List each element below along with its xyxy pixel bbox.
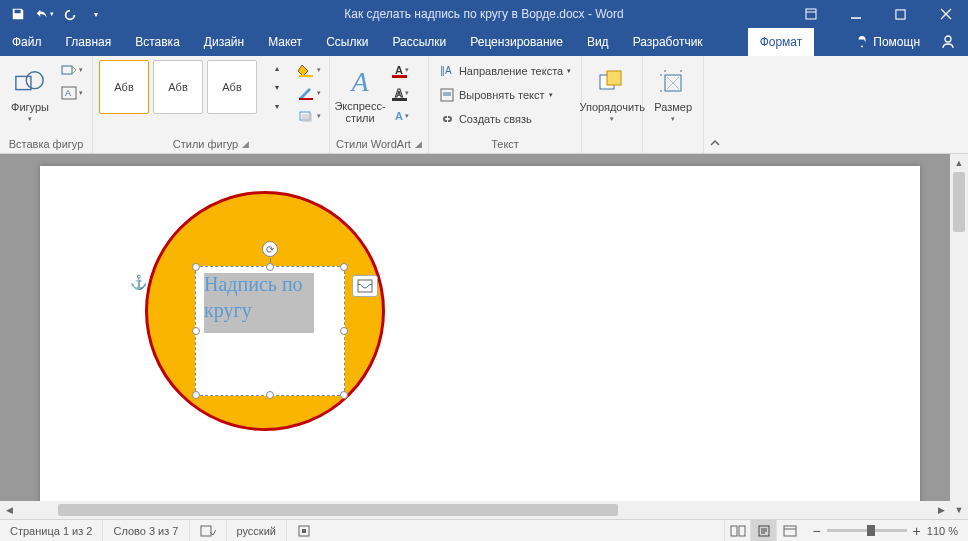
svg-rect-21 [731,526,737,536]
shape-style-2[interactable]: Абв [153,60,203,114]
tab-review[interactable]: Рецензирование [458,28,575,56]
window-controls [788,0,968,28]
style-gallery-up[interactable]: ▴ [263,60,291,76]
align-text-button[interactable]: Выровнять текст▾ [435,84,575,106]
resize-handle-nw[interactable] [192,263,200,271]
text-effects-button[interactable]: A▾ [388,106,416,126]
svg-rect-1 [896,9,905,18]
tell-me[interactable]: Помощн [847,28,928,56]
wordart-launcher[interactable]: ◢ [415,139,422,149]
maximize-button[interactable] [878,0,923,28]
ribbon: Фигуры ▾ ▾ A▾ Вставка фигур Абв Абв Абв … [0,56,968,154]
svg-text:‖A: ‖A [440,65,452,76]
rotate-handle[interactable]: ⟳ [262,241,278,257]
tab-insert[interactable]: Вставка [123,28,192,56]
edit-shape-button[interactable]: ▾ [58,60,86,80]
style-gallery-down[interactable]: ▾ [263,79,291,95]
read-mode-button[interactable] [724,520,750,541]
horizontal-scrollbar[interactable]: ◀ ▶ [0,501,950,519]
hscroll-thumb[interactable] [58,504,618,516]
text-box[interactable]: Надпись по кругу ⟳ [195,266,345,396]
ribbon-options-button[interactable] [788,0,833,28]
text-direction-icon: ‖A [439,63,455,79]
vscroll-thumb[interactable] [953,172,965,232]
layout-options-button[interactable] [352,275,378,297]
group-insert-shapes-label: Вставка фигур [6,135,86,153]
collapse-ribbon-button[interactable] [704,56,726,153]
arrange-button[interactable]: Упорядочить ▾ [588,60,636,130]
shape-effects-button[interactable]: ▾ [295,106,323,126]
qat-customize-button[interactable]: ▾ [84,2,108,26]
tell-me-label: Помощн [873,35,920,49]
zoom-level[interactable]: 110 % [927,525,958,537]
zoom-slider[interactable] [827,529,907,532]
document-area: ⚓ Надпись по кругу ⟳ ▲ ▼ ◀ ▶ [0,154,968,519]
tab-view[interactable]: Вид [575,28,621,56]
svg-rect-11 [302,114,312,122]
create-link-button[interactable]: Создать связь [435,108,575,130]
spellcheck-button[interactable] [190,520,227,541]
resize-handle-se[interactable] [340,391,348,399]
title-bar: ▾ ▾ Как сделать надпись по кругу в Ворде… [0,0,968,28]
zoom-slider-thumb[interactable] [867,525,875,536]
shapes-button[interactable]: Фигуры ▾ [6,60,54,130]
scroll-left-button[interactable]: ◀ [0,505,18,515]
tab-mailings[interactable]: Рассылки [380,28,458,56]
window-title: Как сделать надпись по кругу в Ворде.doc… [344,7,623,21]
scroll-down-button[interactable]: ▼ [950,501,968,519]
resize-handle-ne[interactable] [340,263,348,271]
shape-outline-button[interactable]: ▾ [295,83,323,103]
text-direction-button[interactable]: ‖A Направление текста▾ [435,60,575,82]
tab-format[interactable]: Формат [748,28,815,56]
tab-file[interactable]: Файл [0,28,54,56]
quick-styles-icon: A [344,66,376,98]
language-indicator[interactable]: русский [227,520,287,541]
undo-button[interactable]: ▾ [32,2,56,26]
style-gallery-more[interactable]: ▾ [263,98,291,114]
scroll-right-button[interactable]: ▶ [932,505,950,515]
word-count[interactable]: Слово 3 из 7 [103,520,189,541]
draw-textbox-button[interactable]: A▾ [58,83,86,103]
page[interactable]: ⚓ Надпись по кругу ⟳ [40,166,920,506]
text-fill-button[interactable]: A▾ [388,60,416,80]
group-shape-styles: Абв Абв Абв ▴ ▾ ▾ ▾ ▾ ▾ Стили фигур◢ [93,56,330,153]
resize-handle-e[interactable] [340,327,348,335]
page-indicator[interactable]: Страница 1 из 2 [0,520,103,541]
web-layout-button[interactable] [776,520,802,541]
vertical-scrollbar[interactable]: ▲ ▼ [950,154,968,519]
textbox-text[interactable]: Надпись по кругу [204,271,344,323]
zoom-in-button[interactable]: + [913,523,921,539]
shape-fill-button[interactable]: ▾ [295,60,323,80]
link-icon [439,111,455,127]
svg-rect-22 [739,526,745,536]
macro-indicator[interactable] [287,520,321,541]
resize-handle-w[interactable] [192,327,200,335]
zoom-out-button[interactable]: − [812,523,820,539]
tab-design[interactable]: Дизайн [192,28,256,56]
minimize-button[interactable] [833,0,878,28]
shape-style-3[interactable]: Абв [207,60,257,114]
tab-developer[interactable]: Разработчик [621,28,715,56]
resize-handle-n[interactable] [266,263,274,271]
group-text: ‖A Направление текста▾ Выровнять текст▾ … [429,56,582,153]
save-button[interactable] [6,2,30,26]
print-layout-button[interactable] [750,520,776,541]
tab-home[interactable]: Главная [54,28,124,56]
resize-handle-s[interactable] [266,391,274,399]
scroll-up-button[interactable]: ▲ [950,154,968,172]
group-shape-styles-label: Стили фигур [173,138,238,150]
close-button[interactable] [923,0,968,28]
quick-styles-button[interactable]: A Экспресс-стили [336,60,384,130]
text-outline-button[interactable]: A▾ [388,83,416,103]
share-button[interactable] [928,28,968,56]
resize-handle-sw[interactable] [192,391,200,399]
arrange-label: Упорядочить [579,101,644,113]
anchor-icon: ⚓ [130,274,147,290]
size-button[interactable]: Размер ▾ [649,60,697,130]
tab-layout[interactable]: Макет [256,28,314,56]
shape-style-1[interactable]: Абв [99,60,149,114]
group-wordart-styles: A Экспресс-стили A▾ A▾ A▾ Стили WordArt◢ [330,56,429,153]
shape-styles-launcher[interactable]: ◢ [242,139,249,149]
tab-references[interactable]: Ссылки [314,28,380,56]
redo-button[interactable] [58,2,82,26]
